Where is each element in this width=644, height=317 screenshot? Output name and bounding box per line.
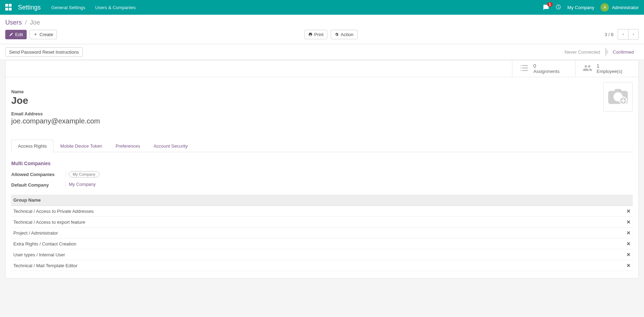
group-name-cell: Technical / Access to export feature [11, 217, 619, 228]
pencil-icon [9, 32, 13, 36]
name-label: Name [11, 89, 633, 94]
email-value: joe.company@example.com [11, 117, 633, 125]
groups-table: Group Name Technical / Access to Private… [11, 195, 633, 271]
stat-value: 0 [533, 63, 559, 69]
clock-icon[interactable] [556, 4, 561, 11]
print-button[interactable]: Print [304, 30, 328, 39]
stat-employees[interactable]: 1 Employee(s) [575, 60, 638, 77]
group-name-cell: Technical / Mail Template Editor [11, 260, 619, 271]
send-password-reset-button[interactable]: Send Password Reset Instructions [5, 47, 83, 57]
nav-general-settings[interactable]: General Settings [51, 5, 85, 10]
breadcrumb-parent[interactable]: Users [5, 19, 22, 26]
group-name-cell: Extra Rights / Contact Creation [11, 238, 619, 249]
group-name-cell: User types / Internal User [11, 249, 619, 260]
topbar: Settings General Settings Users & Compan… [0, 0, 644, 15]
users-icon [583, 63, 592, 74]
default-company-label: Default Company [11, 182, 66, 188]
stat-assignments[interactable]: 0 Assignments [512, 60, 575, 77]
camera-add-icon [607, 88, 629, 106]
statusbar: Never Connected Confirmed [560, 47, 639, 57]
breadcrumb-current: Joe [30, 19, 40, 26]
tab-mobile-device-token[interactable]: Mobile Device Token [53, 140, 109, 152]
chevron-right-icon [632, 33, 635, 36]
stat-value: 1 [597, 63, 622, 69]
apps-icon[interactable] [5, 4, 12, 11]
table-row[interactable]: Extra Rights / Contact Creation✕ [11, 238, 633, 249]
remove-row-icon[interactable]: ✕ [626, 230, 631, 236]
allowed-companies-label: Allowed Companies [11, 171, 66, 177]
stat-label: Assignments [533, 69, 559, 74]
plus-icon [33, 32, 38, 36]
app-brand: Settings [18, 4, 41, 11]
username-label: Administrator [612, 5, 639, 10]
section-multi-companies: Multi Companies [11, 161, 633, 166]
tab-content-access-rights: Multi Companies Allowed Companies My Com… [11, 152, 633, 271]
pager-text[interactable]: 3 / 6 [605, 32, 613, 37]
default-company-value[interactable]: My Company [69, 182, 96, 187]
tab-access-rights[interactable]: Access Rights [11, 140, 53, 152]
group-name-cell: Project / Administrator [11, 228, 619, 238]
remove-row-icon[interactable]: ✕ [626, 208, 631, 214]
tab-account-security[interactable]: Account Security [147, 140, 195, 152]
chevron-left-icon [622, 33, 625, 36]
tabs: Access Rights Mobile Device Token Prefer… [11, 139, 633, 152]
group-name-header[interactable]: Group Name [11, 195, 619, 206]
remove-row-icon[interactable]: ✕ [626, 252, 631, 257]
button-box: 0 Assignments 1 Employee(s) [6, 60, 638, 77]
edit-button[interactable]: Edit [5, 30, 27, 39]
email-label: Email Address [11, 111, 633, 116]
name-value: Joe [11, 95, 633, 106]
table-row[interactable]: Technical / Access to Private Addresses✕ [11, 206, 633, 217]
pager-prev[interactable] [618, 29, 628, 40]
table-row[interactable]: Project / Administrator✕ [11, 228, 633, 238]
action-button[interactable]: Action [331, 30, 357, 39]
tasks-icon [519, 63, 529, 74]
tab-preferences[interactable]: Preferences [109, 140, 147, 152]
table-row[interactable]: User types / Internal User✕ [11, 249, 633, 260]
chat-badge: 1 [547, 2, 553, 7]
gear-icon [335, 32, 339, 36]
status-never-connected[interactable]: Never Connected [560, 47, 605, 57]
form-view: 0 Assignments 1 Employee(s) Name Joe Ema… [5, 60, 639, 278]
company-selector[interactable]: My Company [567, 5, 594, 10]
stat-label: Employee(s) [597, 69, 622, 74]
control-panel: Users / Joe Edit Create Print Action [0, 15, 644, 60]
company-tag[interactable]: My Company [69, 171, 99, 177]
nav-users-companies[interactable]: Users & Companies [95, 5, 136, 10]
systray: 1 My Company A Administrator [543, 3, 639, 12]
chat-icon[interactable]: 1 [543, 4, 549, 11]
user-menu[interactable]: A Administrator [600, 3, 639, 12]
avatar: A [600, 3, 609, 12]
table-row[interactable]: Technical / Access to export feature✕ [11, 217, 633, 228]
group-name-cell: Technical / Access to Private Addresses [11, 206, 619, 217]
remove-row-icon[interactable]: ✕ [626, 241, 631, 247]
print-icon [308, 32, 313, 36]
breadcrumb: Users / Joe [5, 19, 40, 26]
remove-row-icon[interactable]: ✕ [626, 219, 631, 225]
pager-next[interactable] [628, 29, 639, 40]
create-button[interactable]: Create [29, 30, 57, 39]
status-confirmed[interactable]: Confirmed [608, 47, 639, 57]
user-image-placeholder[interactable] [603, 82, 633, 112]
table-row[interactable]: Technical / Mail Template Editor✕ [11, 260, 633, 271]
remove-row-icon[interactable]: ✕ [626, 263, 631, 268]
